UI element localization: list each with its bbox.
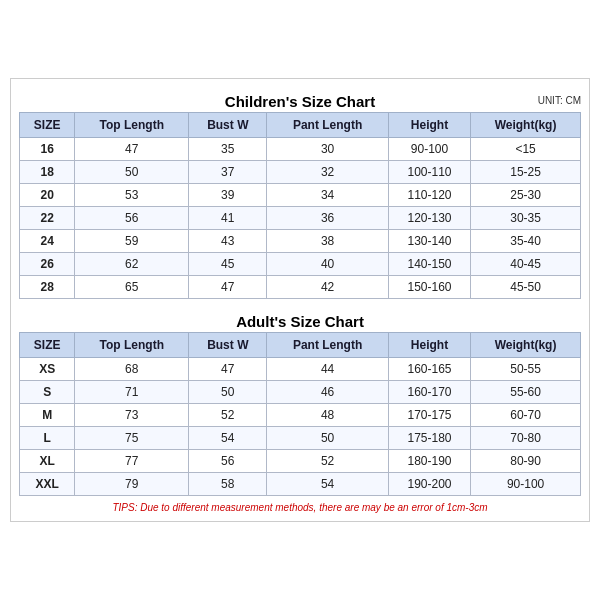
data-cell: 34 <box>267 184 389 207</box>
table-row: 22564136120-13030-35 <box>20 207 581 230</box>
table-row: XXL795854190-20090-100 <box>20 473 581 496</box>
data-cell: 150-160 <box>388 276 470 299</box>
col-header-height: Height <box>388 113 470 138</box>
data-cell: 46 <box>267 381 389 404</box>
data-cell: 180-190 <box>388 450 470 473</box>
adult-title-text: Adult's Size Chart <box>236 313 364 330</box>
data-cell: 75 <box>75 427 189 450</box>
data-cell: 100-110 <box>388 161 470 184</box>
data-cell: 43 <box>189 230 267 253</box>
col-header-top-length: Top Length <box>75 113 189 138</box>
size-chart-container: Children's Size Chart UNIT: CM SIZE Top … <box>10 78 590 522</box>
data-cell: 54 <box>267 473 389 496</box>
children-size-table: SIZE Top Length Bust W Pant Length Heigh… <box>19 112 581 299</box>
data-cell: 175-180 <box>388 427 470 450</box>
data-cell: 170-175 <box>388 404 470 427</box>
data-cell: 45 <box>189 253 267 276</box>
size-cell: L <box>20 427 75 450</box>
children-header-row: SIZE Top Length Bust W Pant Length Heigh… <box>20 113 581 138</box>
col-header-bust-w-adult: Bust W <box>189 333 267 358</box>
data-cell: 52 <box>267 450 389 473</box>
col-header-size-adult: SIZE <box>20 333 75 358</box>
size-cell: 26 <box>20 253 75 276</box>
data-cell: 54 <box>189 427 267 450</box>
data-cell: 160-165 <box>388 358 470 381</box>
data-cell: 40 <box>267 253 389 276</box>
size-cell: M <box>20 404 75 427</box>
table-row: 28654742150-16045-50 <box>20 276 581 299</box>
data-cell: 48 <box>267 404 389 427</box>
data-cell: 42 <box>267 276 389 299</box>
data-cell: 37 <box>189 161 267 184</box>
data-cell: 65 <box>75 276 189 299</box>
data-cell: 80-90 <box>471 450 581 473</box>
size-cell: 18 <box>20 161 75 184</box>
col-header-height-adult: Height <box>388 333 470 358</box>
table-row: L755450175-18070-80 <box>20 427 581 450</box>
data-cell: 50 <box>267 427 389 450</box>
size-cell: XS <box>20 358 75 381</box>
data-cell: 55-60 <box>471 381 581 404</box>
data-cell: 35 <box>189 138 267 161</box>
unit-label: UNIT: CM <box>538 94 581 105</box>
data-cell: 50 <box>189 381 267 404</box>
size-cell: XL <box>20 450 75 473</box>
adult-size-table: SIZE Top Length Bust W Pant Length Heigh… <box>19 332 581 496</box>
table-row: M735248170-17560-70 <box>20 404 581 427</box>
data-cell: 73 <box>75 404 189 427</box>
data-cell: 32 <box>267 161 389 184</box>
col-header-pant-length-adult: Pant Length <box>267 333 389 358</box>
data-cell: 68 <box>75 358 189 381</box>
size-cell: S <box>20 381 75 404</box>
data-cell: 90-100 <box>471 473 581 496</box>
data-cell: 52 <box>189 404 267 427</box>
data-cell: 90-100 <box>388 138 470 161</box>
table-row: S715046160-17055-60 <box>20 381 581 404</box>
data-cell: 41 <box>189 207 267 230</box>
col-header-weight-adult: Weight(kg) <box>471 333 581 358</box>
size-cell: 20 <box>20 184 75 207</box>
data-cell: 56 <box>189 450 267 473</box>
children-title-text: Children's Size Chart <box>225 93 375 110</box>
data-cell: 50 <box>75 161 189 184</box>
data-cell: 130-140 <box>388 230 470 253</box>
col-header-weight: Weight(kg) <box>471 113 581 138</box>
data-cell: 47 <box>189 276 267 299</box>
size-cell: XXL <box>20 473 75 496</box>
col-header-top-length-adult: Top Length <box>75 333 189 358</box>
data-cell: 44 <box>267 358 389 381</box>
size-cell: 28 <box>20 276 75 299</box>
data-cell: 58 <box>189 473 267 496</box>
data-cell: 36 <box>267 207 389 230</box>
data-cell: 70-80 <box>471 427 581 450</box>
data-cell: 45-50 <box>471 276 581 299</box>
data-cell: 47 <box>189 358 267 381</box>
data-cell: 140-150 <box>388 253 470 276</box>
children-title: Children's Size Chart UNIT: CM <box>19 87 581 112</box>
data-cell: 56 <box>75 207 189 230</box>
col-header-pant-length: Pant Length <box>267 113 389 138</box>
data-cell: 62 <box>75 253 189 276</box>
data-cell: 120-130 <box>388 207 470 230</box>
data-cell: 40-45 <box>471 253 581 276</box>
data-cell: 53 <box>75 184 189 207</box>
data-cell: 38 <box>267 230 389 253</box>
data-cell: 39 <box>189 184 267 207</box>
data-cell: 15-25 <box>471 161 581 184</box>
data-cell: 160-170 <box>388 381 470 404</box>
table-row: XS684744160-16550-55 <box>20 358 581 381</box>
tips-text: TIPS: Due to different measurement metho… <box>19 502 581 513</box>
data-cell: 60-70 <box>471 404 581 427</box>
table-row: 20533934110-12025-30 <box>20 184 581 207</box>
data-cell: <15 <box>471 138 581 161</box>
adult-title: Adult's Size Chart <box>19 307 581 332</box>
data-cell: 50-55 <box>471 358 581 381</box>
size-cell: 24 <box>20 230 75 253</box>
table-row: 1647353090-100<15 <box>20 138 581 161</box>
data-cell: 190-200 <box>388 473 470 496</box>
data-cell: 25-30 <box>471 184 581 207</box>
col-header-size: SIZE <box>20 113 75 138</box>
size-cell: 22 <box>20 207 75 230</box>
table-row: 24594338130-14035-40 <box>20 230 581 253</box>
data-cell: 71 <box>75 381 189 404</box>
